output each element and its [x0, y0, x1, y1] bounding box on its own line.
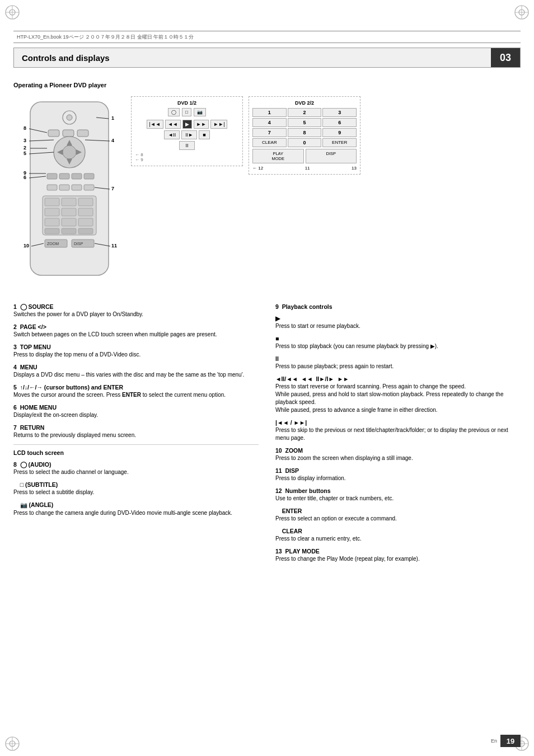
- item-scan-sym: ◄II/◄◄ ◄◄ II►/I► ►►: [275, 375, 521, 382]
- key-8: 8: [288, 128, 322, 137]
- svg-rect-41: [84, 173, 94, 179]
- svg-rect-56: [78, 208, 93, 216]
- item-scan: ◄II/◄◄ ◄◄ II►/I► ►► Press to start rever…: [275, 375, 521, 414]
- disp-btn-2: DISP: [306, 149, 357, 163]
- item-2: 2 PAGE </> Switch between pages on the L…: [13, 323, 259, 339]
- item-stop-body: Press to stop playback (you can resume p…: [275, 342, 521, 350]
- key-clear: CLEAR: [252, 138, 287, 147]
- item-5-label: 5 ↑/↓/←/→ (cursor buttons) and ENTER: [13, 384, 259, 391]
- item-stop-sym: ■: [275, 335, 521, 342]
- svg-text:8: 8: [24, 125, 26, 131]
- svg-rect-23: [77, 130, 88, 137]
- text-columns: 1 ◯ SOURCE Switches the power for a DVD …: [13, 303, 521, 568]
- item-3-label: 3 TOP MENU: [13, 344, 259, 350]
- page-footer: En 19: [491, 735, 521, 747]
- svg-rect-61: [62, 228, 76, 234]
- left-column: 1 ◯ SOURCE Switches the power for a DVD …: [13, 303, 259, 568]
- item-clear: CLEAR Press to clear a numeric entry, et…: [275, 528, 521, 543]
- item-11-label: 11 DISP: [275, 467, 521, 474]
- item-1: 1 ◯ SOURCE Switches the power for a DVD …: [13, 303, 259, 318]
- dvd-panel-2-title: DVD 2/2: [252, 100, 357, 106]
- item-skip: |◄◄ / ►►| Press to skip to the previous …: [275, 419, 521, 442]
- item-13: 13 PLAY MODE Press to change the Play Mo…: [275, 548, 521, 563]
- play-mode-btn: PLAYMODE: [252, 149, 304, 163]
- item-skip-body: Press to skip to the previous or next ti…: [275, 426, 521, 442]
- item-clear-body: Press to clear a numeric entry, etc.: [275, 535, 521, 543]
- item-12-label: 12 Number buttons: [275, 487, 521, 494]
- item-2-label: 2 PAGE </>: [13, 323, 259, 330]
- key-0: 0: [288, 138, 322, 147]
- corner-mark-tr: [514, 4, 530, 20]
- subtitle-btn: □: [182, 108, 191, 116]
- divider-1: [13, 444, 259, 445]
- item-3-body: Press to display the top menu of a DVD-V…: [13, 351, 259, 359]
- svg-text:4: 4: [111, 138, 114, 143]
- item-1-body: Switches the power for a DVD player to O…: [13, 311, 259, 318]
- item-6-body: Display/exit the on-screen display.: [13, 411, 259, 419]
- device-remote: 1 2 3 4: [13, 96, 125, 293]
- svg-text:11: 11: [111, 243, 117, 248]
- item-play-body: Press to start or resume playback.: [275, 322, 521, 330]
- item-7: 7 RETURN Returns to the previously displ…: [13, 424, 259, 439]
- svg-text:3: 3: [24, 138, 26, 143]
- item-13-label: 13 PLAY MODE: [275, 548, 521, 555]
- item-enter-body: Press to select an option or execute a c…: [275, 515, 521, 523]
- svg-text:5: 5: [24, 151, 26, 156]
- chapter-number: 03: [491, 48, 520, 67]
- svg-text:DISP: DISP: [74, 242, 83, 246]
- section-title: Operating a Pioneer DVD player: [13, 82, 521, 88]
- ff-btn: ►►: [194, 120, 209, 129]
- item-pause-sym: II: [275, 355, 521, 362]
- item-9-section: 9 Playback controls: [275, 303, 521, 310]
- svg-text:1: 1: [111, 115, 114, 121]
- item-6-label: 6 HOME MENU: [13, 404, 259, 411]
- svg-rect-59: [78, 218, 93, 226]
- lcd-section-label: LCD touch screen: [13, 449, 259, 456]
- play-btn: ▶: [182, 120, 192, 129]
- item-8a-body: Press to select the audio channel or lan…: [13, 468, 259, 476]
- next-chapter-btn: ►►|: [210, 120, 227, 129]
- svg-rect-47: [84, 185, 94, 190]
- label-13-callout: 13: [352, 166, 357, 171]
- svg-rect-22: [63, 130, 74, 137]
- angle-btn: 📷: [194, 108, 206, 116]
- chapter-header: Controls and displays 03: [13, 48, 521, 68]
- header-bar: HTP-LX70_En.book 19ページ ２００７年９月２８日 金曜日 午前…: [13, 31, 521, 43]
- svg-rect-53: [78, 198, 93, 206]
- key-9: 9: [322, 128, 357, 137]
- svg-point-18: [67, 115, 72, 120]
- svg-rect-55: [62, 208, 76, 216]
- item-10: 10 ZOOM Press to zoom the screen when di…: [275, 447, 521, 462]
- svg-rect-46: [72, 185, 82, 190]
- label-12-callout: ← 12: [252, 166, 263, 171]
- page-lang: En: [491, 738, 497, 744]
- label-8-callout: ← 8: [135, 152, 143, 157]
- item-clear-label: CLEAR: [275, 528, 521, 534]
- key-enter: ENTER: [322, 138, 357, 147]
- item-7-label: 7 RETURN: [13, 424, 259, 431]
- item-6: 6 HOME MENU Display/exit the on-screen d…: [13, 404, 259, 419]
- item-enter-label: ENTER: [275, 508, 521, 514]
- svg-rect-62: [78, 228, 93, 234]
- item-8b-body: Press to select a subtitle display.: [13, 489, 259, 496]
- item-1-label: 1 ◯ SOURCE: [13, 303, 259, 310]
- main-content: Operating a Pioneer DVD player 1 2: [13, 73, 521, 728]
- svg-rect-39: [59, 173, 69, 179]
- prev-chapter-btn: |◄◄: [147, 120, 163, 129]
- key-6: 6: [322, 118, 357, 127]
- right-column: 9 Playback controls ▶ Press to start or …: [275, 303, 521, 568]
- header-bar-text: HTP-LX70_En.book 19ページ ２００７年９月２８日 金曜日 午前…: [17, 34, 517, 41]
- svg-text:ZOOM: ZOOM: [47, 242, 59, 246]
- dvd-panel-2: DVD 2/2 1 2 3 4 5 6 7 8 9 CLEAR 0 ENTER: [249, 96, 360, 175]
- item-8b: □ (SUBTITLE) Press to select a subtitle …: [13, 481, 259, 496]
- svg-rect-45: [59, 185, 69, 190]
- item-8c-body: Press to change the camera angle during …: [13, 509, 259, 517]
- dvd-panel-1: DVD 1/2 ◯ □ 📷 |◄◄ ◄◄ ▶ ►► ►►| ◄II: [131, 96, 243, 166]
- item-5: 5 ↑/↓/←/→ (cursor buttons) and ENTER Mov…: [13, 384, 259, 399]
- dvd-panel-1-title: DVD 1/2: [135, 100, 239, 106]
- svg-rect-58: [62, 218, 76, 226]
- svg-rect-44: [47, 185, 57, 190]
- svg-point-27: [63, 145, 76, 159]
- item-7-body: Returns to the previously displayed menu…: [13, 431, 259, 439]
- key-2: 2: [288, 108, 322, 117]
